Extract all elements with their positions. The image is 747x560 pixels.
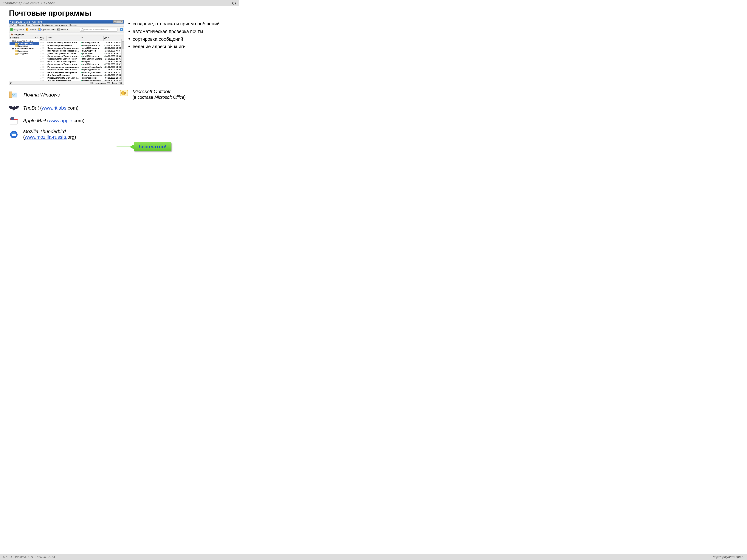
message-row[interactable]: ☆ ✉Ответ на анкету 'Вопрос админи…sch163… (39, 63, 124, 66)
col-icons[interactable]: ★ ◧ ✉ (39, 36, 47, 41)
folders-header: Все папки ◀ ▶ (9, 36, 39, 39)
tab-inbox[interactable]: Входящие (14, 33, 24, 35)
tb-titlebar: ✉ Входящие - Mozilla Thunderbird _ □ × (9, 20, 124, 24)
thunderbird-window: ✉ Входящие - Mozilla Thunderbird _ □ × Ф… (9, 20, 124, 85)
slide-title: Почтовые программы (9, 9, 239, 17)
tag-icon: 🏷 (57, 28, 60, 31)
maximize-button[interactable]: □ (117, 20, 120, 23)
outlook-icon (119, 89, 130, 98)
folder-icon (15, 45, 18, 47)
feature-bullets: создание, отправка и прием сообщений авт… (128, 20, 230, 51)
message-row[interactable]: ☆ ✉Для Виктора ИвановичаГуманитарный цен… (39, 79, 124, 81)
statusbar: ◧ Непрочитанных: 200 Всего: 206 (9, 81, 124, 85)
folder-trash2[interactable]: Удалённые (9, 50, 38, 52)
message-row[interactable]: ☆ ✉Регистрационная информация по…support… (39, 66, 124, 69)
apple-mail-icon (8, 116, 20, 126)
apple-link[interactable]: www.apple. (49, 118, 74, 124)
bullet-2: автоматическая проверка почты (128, 28, 230, 35)
compose-icon: ✎ (26, 28, 28, 31)
message-row[interactable]: ☆ ✉Ответ на анкету 'Вопрос админи…sch163… (39, 41, 124, 44)
inbox-icon: 📥 (11, 33, 13, 35)
page-number: 67 (232, 1, 236, 5)
header-bar: Компьютерные сети, 10 класс 67 (0, 0, 239, 6)
thunderbird-link[interactable]: www.mozilla-russia. (25, 134, 68, 140)
apple-mail-name: Apple Mail (23, 118, 46, 124)
menu-view[interactable]: Вид (26, 24, 30, 26)
search-icon (81, 28, 83, 31)
message-row[interactable]: ☆ ✉Новое спецпредложениеnews@rene-edu.ru… (39, 44, 124, 47)
menu-tools[interactable]: Инструменты (55, 24, 67, 26)
outlook-sub: (в составе Microsoft Office) (133, 95, 186, 100)
svg-rect-4 (124, 92, 126, 93)
col-subject[interactable]: Тема (47, 36, 80, 41)
message-list: ★ ◧ ✉ Тема От Дата ☆ ✉Ответ на анкету 'В… (39, 36, 124, 81)
header-subject: Компьютерные сети, 10 класс (3, 1, 55, 5)
arrow-icon (130, 145, 134, 149)
folder-icon (15, 53, 18, 55)
tb-menubar: Файл Правка Вид Переход Сообщение Инстру… (9, 24, 124, 27)
tb-toolbar: ⬇Получить ▾ ✎Создать 📒Адресная книга 🏷Ме… (9, 27, 124, 32)
folder-pane: Все папки ◀ ▶ ⊟ ✉ school163@mail.ru Вход… (9, 36, 39, 81)
message-row[interactable]: ☆ ✉Ответ на анкету 'Вопрос админи…sch163… (39, 55, 124, 58)
status-unread: Непрочитанных: 200 (91, 82, 111, 84)
status-total: Всего: 206 (111, 82, 123, 84)
bullet-1: создание, отправка и прием сообщений (128, 20, 230, 27)
folder-icon (15, 50, 18, 52)
status-icon: ◧ (10, 82, 12, 84)
windows-mail-icon (8, 90, 20, 100)
message-row[interactable]: ☆ ✉уФБФзТБД. уНЕОБ РБТПМЕК 01.09…уФБФзТБ… (39, 52, 124, 55)
addressbook-button[interactable]: 📒Адресная книга (38, 28, 55, 31)
search-placeholder: Поиск во всех сообщениях (84, 28, 109, 31)
account-node[interactable]: ⊟ ✉ school163@mail.ru (9, 40, 38, 42)
thebat-name: TheBat (23, 105, 39, 111)
message-row[interactable]: ☆ ✉Для Викора ИвановичаГуманитарный цент… (39, 74, 124, 77)
envelope-icon: ✉ (10, 21, 11, 23)
local-folders-node[interactable]: ⊟ 🖥 Локальные папки (9, 47, 38, 50)
folder-icon (15, 43, 18, 45)
thebat-icon (8, 103, 20, 113)
menu-go[interactable]: Переход (32, 24, 40, 26)
folder-inbox[interactable]: Входящие (200) (9, 42, 38, 45)
clients-section: Почта Windows Microsoft Outlook (в соста… (8, 90, 239, 140)
menu-message[interactable]: Сообщение (42, 24, 53, 26)
search-input[interactable]: Поиск во всех сообщениях (80, 28, 118, 31)
clear-search-button[interactable]: × (120, 28, 123, 31)
free-callout: бесплатно! (130, 142, 172, 151)
message-row[interactable]: ☆ ✉Регистрационная информация по…support… (39, 71, 124, 74)
message-row[interactable]: ☆ ✉Re: СтатГрад. Смена паролей 01.…statg… (39, 60, 124, 63)
message-row[interactable]: ☆ ✉Successful Mail Delivery ReportMail D… (39, 57, 124, 60)
download-icon: ⬇ (10, 28, 13, 31)
close-button[interactable]: × (120, 20, 124, 23)
menu-edit[interactable]: Правка (17, 24, 24, 26)
col-date[interactable]: Дата (104, 36, 124, 41)
bullet-4: ведение адресной книги (128, 43, 230, 50)
tag-button[interactable]: 🏷Метка ▾ (57, 28, 68, 31)
thebat-link[interactable]: www.ritlabs. (42, 105, 68, 111)
minimize-button[interactable]: _ (113, 20, 117, 23)
folder-outbox[interactable]: Исходящие (9, 52, 38, 55)
folder-trash1[interactable]: Удалённые (9, 45, 38, 47)
bullet-3: сортировка сообщений (128, 35, 230, 43)
scrollbar[interactable] (121, 39, 124, 81)
thunderbird-icon (8, 130, 20, 139)
book-icon: 📒 (38, 28, 41, 31)
menu-file[interactable]: Файл (10, 24, 15, 26)
windows-mail-name: Почта Windows (24, 92, 60, 98)
menu-help[interactable]: Справка (70, 24, 77, 26)
outlook-name: Microsoft Outlook (133, 89, 170, 94)
receive-button[interactable]: ⬇Получить ▾ (10, 28, 24, 31)
message-row[interactable]: ☆ ✉Ответ на анкету 'Вопрос админи…sch163… (39, 47, 124, 50)
tb-window-title: Входящие - Mozilla Thunderbird (12, 21, 42, 23)
tb-tabbar: 📥 Входящие (9, 32, 124, 36)
list-header: ★ ◧ ✉ Тема От Дата (39, 36, 124, 41)
title-rule (9, 18, 230, 18)
callout-text: бесплатно! (134, 142, 172, 151)
message-row[interactable]: ☆ ✉Первая ПОмощь: Новый заказ N1…logisti… (39, 68, 124, 71)
message-row[interactable]: ☆ ✉Вам пришло новое сообщение на …вКругу… (39, 50, 124, 52)
thunderbird-name: Mozilla Thunderbird (23, 129, 66, 134)
col-from[interactable]: От (80, 36, 104, 41)
svg-point-3 (121, 91, 125, 95)
message-row[interactable]: ☆ ✉Руководителю МО учителей рус…конкурса… (39, 77, 124, 79)
svg-rect-1 (9, 92, 12, 98)
compose-button[interactable]: ✎Создать (26, 28, 36, 31)
